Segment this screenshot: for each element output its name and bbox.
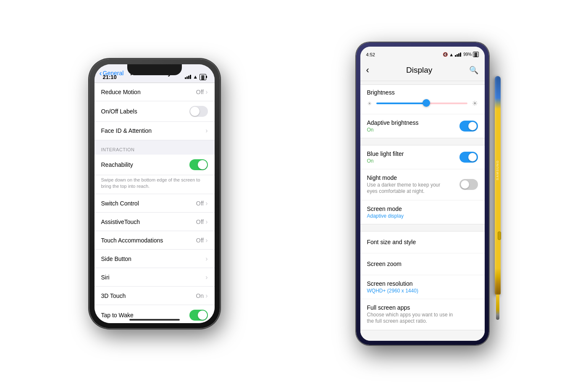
night-mode-toggle[interactable] [459,179,478,190]
screen-resolution-row[interactable]: Screen resolution WQHD+ (2960 x 1440) [360,275,485,299]
toggle-knob [468,153,477,161]
list-item-3d-touch[interactable]: 3D Touch On › [94,287,215,305]
siri-label: Siri [101,274,110,281]
screen-mode-section: Blue light filter On Night mode Use a da… [360,145,485,224]
toggle-knob [198,160,207,169]
samsung-time: 4:52 [366,52,375,57]
toggle-knob [198,311,207,320]
battery-icon: ▓ [200,74,206,80]
battery-icon: ▓ [473,52,478,57]
screen-zoom-row[interactable]: Screen zoom [360,253,485,275]
screen-mode-value: Adaptive display [367,213,404,219]
siri-right: › [205,274,207,281]
tap-to-wake-toggle[interactable] [189,310,208,321]
brightness-slider[interactable] [376,103,467,104]
list-item-touch-accommodations[interactable]: Touch Accommodations Off › [94,231,215,250]
list-item-siri[interactable]: Siri › [94,268,215,287]
blue-light-row[interactable]: Blue light filter On [360,145,485,169]
reachability-toggle[interactable] [189,159,208,170]
chevron-icon: › [205,237,207,244]
samsung-device: 4:52 🔇 ▲ 99% ▓ ‹ Display 🔍 [356,42,499,345]
brightness-label: Brightness [367,89,478,96]
brightness-slider-wrap: ☀ ☀ [367,99,478,108]
3d-touch-value: On [196,292,204,299]
font-size-row[interactable]: Font size and style [360,232,485,253]
list-item-switch-control[interactable]: Switch Control Off › [94,194,215,213]
reachability-note: Swipe down on the bottom edge of the scr… [94,175,215,195]
toggle-knob [461,180,469,189]
full-screen-title: Full screen apps [367,304,459,311]
full-screen-row[interactable]: Full screen apps Choose which apps you w… [360,299,485,330]
reduce-motion-label: Reduce Motion [101,89,141,95]
night-mode-left: Night mode Use a darker theme to keep yo… [367,174,451,195]
display-options-section: Font size and style Screen zoom Screen r… [360,231,485,330]
full-screen-left: Full screen apps Choose which apps you w… [367,304,459,325]
screen-resolution-value: WQHD+ (2960 x 1440) [367,288,418,294]
section-gap-2 [360,224,485,228]
s-pen: SAMSUNG [493,76,502,320]
chevron-icon: › [205,88,207,96]
iphone-notch [127,64,182,75]
reachability-note-text: Swipe down on the bottom edge of the scr… [101,177,200,189]
samsung-app-bar: ‹ Display 🔍 [360,60,485,81]
screen-mode-left: Screen mode Adaptive display [367,205,404,219]
s-pen-button[interactable] [498,232,501,240]
reachability-label: Reachability [101,161,133,168]
chevron-icon: › [205,218,207,226]
iphone-screen: 21:10 ▲ ▓ ‹ [94,64,215,323]
toggle-knob [468,122,477,130]
full-screen-desc: Choose which apps you want to use in the… [367,312,459,325]
samsung-status-icons: 🔇 ▲ 99% ▓ [443,52,478,57]
assistivetouch-label: AssistiveTouch [101,219,140,225]
adaptive-brightness-status: On [367,127,419,133]
switch-control-label: Switch Control [101,200,139,207]
iphone-status-icons: ▲ ▓ [185,74,206,80]
night-mode-row[interactable]: Night mode Use a darker theme to keep yo… [360,169,485,200]
samsung-status-bar: 4:52 🔇 ▲ 99% ▓ [360,47,485,60]
slider-thumb [423,99,430,107]
adaptive-brightness-toggle[interactable] [459,121,478,132]
faceid-right: › [205,127,207,134]
adaptive-brightness-row[interactable]: Adaptive brightness On [360,114,485,138]
brightness-section: Brightness ☀ ☀ Adaptive bri [360,84,485,138]
toggle-knob [190,107,200,116]
search-icon[interactable]: 🔍 [469,66,478,75]
battery-percent: 99% [463,52,472,57]
chevron-icon: › [205,292,207,300]
back-arrow-icon[interactable]: ‹ [366,65,369,76]
list-item-reduce-motion[interactable]: Reduce Motion Off › [94,83,215,101]
touch-accommodations-value: Off [196,237,204,244]
adaptive-brightness-left: Adaptive brightness On [367,119,419,133]
night-mode-title: Night mode [367,174,451,181]
font-size-title: Font size and style [367,239,416,245]
reduce-motion-right: Off › [196,88,208,96]
onoff-labels-toggle[interactable] [189,106,208,117]
home-indicator [129,319,180,321]
blue-light-toggle[interactable] [459,152,478,163]
screen-resolution-left: Screen resolution WQHD+ (2960 x 1440) [367,280,418,294]
list-item-side-button[interactable]: Side Button › [94,250,215,268]
screen-zoom-title: Screen zoom [367,261,402,267]
touch-accommodations-right: Off › [196,237,208,244]
onoff-labels-label: On/Off Labels [101,108,137,115]
3d-touch-label: 3D Touch [101,292,126,299]
blue-light-title: Blue light filter [367,150,404,157]
list-item-faceid[interactable]: Face ID & Attention › [94,122,215,140]
blue-light-status: On [367,158,404,164]
wifi-icon: ▲ [193,74,198,80]
samsung-screen: 4:52 🔇 ▲ 99% ▓ ‹ Display 🔍 [360,47,485,341]
screen-mode-row[interactable]: Screen mode Adaptive display [360,200,485,224]
screen-mode-title: Screen mode [367,205,404,212]
display-title: Display [406,66,432,75]
switch-control-right: Off › [196,200,208,207]
list-item-reachability[interactable]: Reachability [94,155,215,175]
list-item-assistivetouch[interactable]: AssistiveTouch Off › [94,213,215,231]
chevron-icon: › [205,200,207,207]
tap-to-wake-label: Tap to Wake [101,312,134,319]
samsung-body: 4:52 🔇 ▲ 99% ▓ ‹ Display 🔍 [356,42,489,345]
wifi-icon: ▲ [449,52,454,57]
list-item-onoff-labels[interactable]: On/Off Labels [94,101,215,122]
assistivetouch-value: Off [196,219,204,225]
screen-resolution-title: Screen resolution [367,280,418,287]
iphone-device: 21:10 ▲ ▓ ‹ [89,59,220,328]
